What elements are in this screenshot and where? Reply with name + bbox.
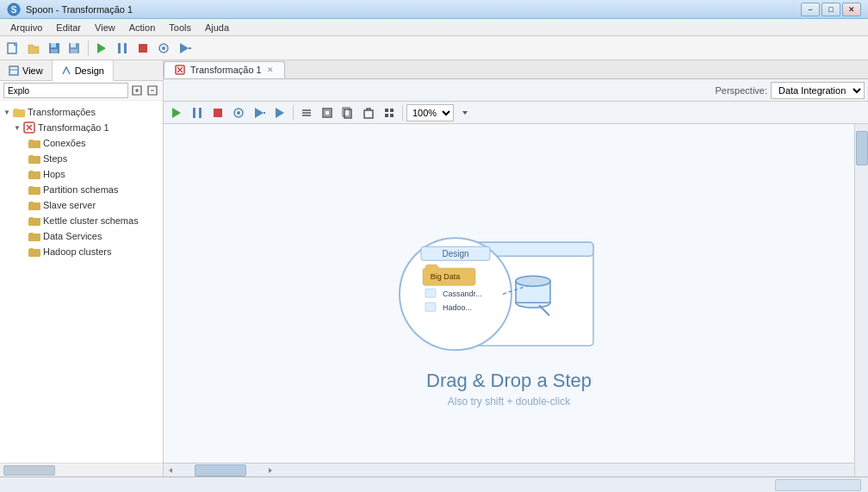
save-button[interactable] xyxy=(45,39,64,58)
perspective-dropdown[interactable]: Data Integration xyxy=(771,82,865,99)
perspective-label: Perspective: xyxy=(715,85,767,96)
maximize-button[interactable]: □ xyxy=(822,3,840,16)
drag-drop-title: Drag & Drop a Step xyxy=(426,370,592,392)
tab-design[interactable]: Design xyxy=(53,60,114,81)
new-button[interactable] xyxy=(3,39,22,58)
svg-marker-9 xyxy=(97,43,106,53)
canvas-main-area: Design Big Data Cassandr... Hadoo... Dr xyxy=(164,124,868,476)
tree-item-transformacoes[interactable]: ▼ Transformações xyxy=(0,104,163,120)
copy-btn[interactable] xyxy=(338,103,357,122)
svg-rect-43 xyxy=(390,109,394,112)
folder-icon-steps xyxy=(28,152,41,165)
left-tab-bar: View Design xyxy=(0,60,163,81)
debug-button[interactable] xyxy=(175,39,194,58)
tree-label-hops: Hops xyxy=(43,169,65,179)
svg-rect-42 xyxy=(385,109,388,112)
tree-item-partition[interactable]: Partition schemas xyxy=(0,182,163,197)
svg-text:Big Data: Big Data xyxy=(431,272,461,281)
svg-rect-41 xyxy=(364,110,373,118)
status-scrollbar[interactable] xyxy=(775,479,861,491)
svg-rect-5 xyxy=(51,49,58,53)
svg-rect-26 xyxy=(193,108,195,118)
right-scrollbar[interactable] xyxy=(854,124,868,476)
canvas-bottom-scrollbar[interactable] xyxy=(164,463,854,476)
align-btn[interactable] xyxy=(297,103,316,122)
svg-rect-4 xyxy=(51,43,56,47)
tree-item-conexoes[interactable]: Conexões xyxy=(0,135,163,151)
tab-design-label: Design xyxy=(75,65,104,76)
toolbar-separator-1 xyxy=(88,40,89,56)
tab-spoon-icon xyxy=(175,65,185,75)
left-scroll-thumb[interactable] xyxy=(3,465,55,476)
tree-item-slave[interactable]: Slave server xyxy=(0,197,163,213)
design-icon xyxy=(61,65,71,76)
stop-btn[interactable] xyxy=(208,103,227,122)
folder-icon-conexoes xyxy=(28,136,41,150)
sep2 xyxy=(293,105,294,121)
grid-btn[interactable] xyxy=(380,103,399,122)
svg-marker-25 xyxy=(172,108,181,118)
menu-arquivo[interactable]: Arquivo xyxy=(3,21,49,34)
tree-item-steps[interactable]: Steps xyxy=(0,151,163,166)
svg-marker-15 xyxy=(180,43,189,53)
menu-tools[interactable]: Tools xyxy=(162,21,198,34)
tab-close-button[interactable]: ✕ xyxy=(267,65,274,74)
scroll-right-btn[interactable] xyxy=(264,467,277,474)
pause-btn[interactable] xyxy=(188,103,207,122)
sep3 xyxy=(402,105,403,121)
svg-rect-7 xyxy=(71,43,76,47)
svg-text:Design: Design xyxy=(442,249,468,258)
scroll-left-btn[interactable] xyxy=(164,467,177,474)
debug-btn[interactable] xyxy=(270,103,289,122)
run-options-btn[interactable] xyxy=(250,103,269,122)
tab-view[interactable]: View xyxy=(0,60,53,80)
save-all-button[interactable] xyxy=(65,39,84,58)
search-input[interactable] xyxy=(3,83,128,98)
canvas-tab-t1[interactable]: Transformação 1 ✕ xyxy=(164,61,285,78)
folder-icon-partition xyxy=(28,183,41,196)
menu-bar: Arquivo Editar View Action Tools Ajuda xyxy=(0,19,868,36)
select-btn[interactable] xyxy=(318,103,337,122)
minimize-button[interactable]: − xyxy=(801,3,820,16)
tree-item-dataservices[interactable]: Data Services xyxy=(0,228,163,244)
tree-item-hadoop[interactable]: Hadoop clusters xyxy=(0,244,163,259)
canvas-tab-bar: Transformação 1 ✕ xyxy=(164,60,868,79)
paste-btn[interactable] xyxy=(359,103,378,122)
svg-marker-33 xyxy=(276,108,284,118)
menu-view[interactable]: View xyxy=(88,21,122,34)
left-scrollbar[interactable] xyxy=(0,463,163,476)
folder-icon-kettle xyxy=(28,214,41,227)
spoon-icon-t1 xyxy=(22,121,36,134)
expand-all-button[interactable] xyxy=(130,84,144,97)
folder-icon-hops xyxy=(28,167,41,181)
canvas-scroll-thumb[interactable] xyxy=(195,464,246,476)
right-scroll-thumb[interactable] xyxy=(856,131,868,165)
svg-marker-63 xyxy=(269,468,272,473)
run-button[interactable] xyxy=(92,39,111,58)
collapse-all-button[interactable] xyxy=(146,84,159,97)
tree-item-transformacao1[interactable]: ▼ Transformação 1 xyxy=(0,120,163,135)
svg-rect-12 xyxy=(139,44,147,53)
tree-item-kettle[interactable]: Kettle cluster schemas xyxy=(0,213,163,228)
svg-text:Cassandr...: Cassandr... xyxy=(443,290,482,298)
tree-item-hops[interactable]: Hops xyxy=(0,166,163,182)
menu-editar[interactable]: Editar xyxy=(49,21,88,34)
main-toolbar xyxy=(0,36,868,60)
zoom-selector[interactable]: 100% 75% 50% 125% 150% xyxy=(406,104,454,121)
zoom-dropdown-btn[interactable] xyxy=(456,103,474,122)
perspective-selector: Perspective: Data Integration xyxy=(715,82,865,99)
play-btn[interactable] xyxy=(167,103,186,122)
menu-action[interactable]: Action xyxy=(122,21,163,34)
left-tree: ▼ Transformações ▼ Tra xyxy=(0,101,163,463)
window-controls: − □ ✕ xyxy=(801,3,861,16)
tree-label-slave: Slave server xyxy=(43,200,96,210)
pause-button[interactable] xyxy=(113,39,132,58)
close-button[interactable]: ✕ xyxy=(842,3,861,16)
stop-button[interactable] xyxy=(133,39,152,58)
preview-btn[interactable] xyxy=(229,103,248,122)
left-toolbar xyxy=(0,81,163,101)
menu-ajuda[interactable]: Ajuda xyxy=(198,21,236,34)
open-button[interactable] xyxy=(24,39,43,58)
tree-label-steps: Steps xyxy=(43,153,67,164)
preview-button[interactable] xyxy=(154,39,173,58)
